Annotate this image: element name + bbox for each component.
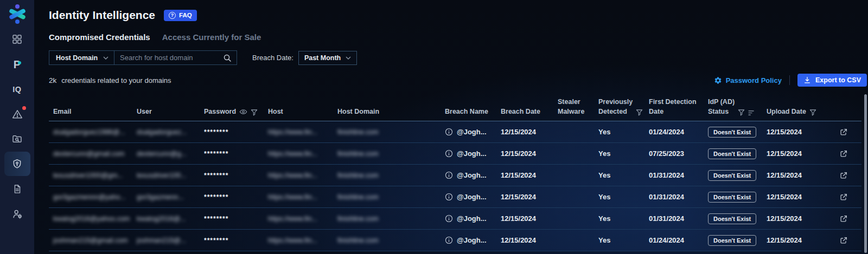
col-header-user: User: [137, 93, 204, 121]
export-csv-button[interactable]: Export to CSV: [797, 74, 867, 87]
search-field-select[interactable]: Host Domain: [49, 51, 114, 64]
cell-breach-name: @Jogh...: [445, 149, 501, 158]
tab-access-for-sale[interactable]: Access Currently for Sale: [162, 32, 261, 42]
col-header-upload-date: Upload Date: [767, 93, 830, 121]
col-header-breach-date: Breach Date: [501, 93, 558, 121]
cell-actions: [830, 193, 861, 201]
tab-compromised-credentials[interactable]: Compromised Credentials: [49, 32, 150, 42]
col-header-host: Host: [268, 93, 337, 121]
faq-button[interactable]: ? FAQ: [164, 10, 197, 21]
cell-idp-status: Doesn't Exist: [708, 192, 767, 203]
sidebar-item-identity-intelligence[interactable]: [4, 152, 30, 176]
filter-row: Host Domain Breach Date: Past Month: [49, 50, 868, 65]
password-policy-link[interactable]: Password Policy: [714, 76, 782, 84]
cell-email: dextercunn@gmail.com: [49, 150, 137, 158]
notification-dot: [22, 106, 26, 110]
vertical-scrollbar[interactable]: [864, 94, 867, 253]
document-icon: [12, 184, 23, 194]
table-row: joshman215@gmail.com joshman215@... ****…: [49, 230, 861, 251]
cell-password: ********: [204, 128, 268, 136]
filter-icon[interactable]: [738, 109, 745, 116]
dashboard-grid-icon: [11, 34, 23, 45]
cell-first-detection-date: 01/24/2024: [649, 128, 708, 136]
status-badge: Doesn't Exist: [708, 170, 756, 181]
export-csv-label: Export to CSV: [815, 76, 861, 84]
info-icon[interactable]: [445, 149, 453, 158]
eye-icon[interactable]: [239, 108, 247, 116]
question-circle-icon: ?: [169, 12, 176, 19]
sidebar-item-dashboard[interactable]: [4, 27, 30, 51]
alert-triangle-icon: [11, 108, 23, 120]
filter-icon[interactable]: [636, 109, 643, 116]
cell-user: joshman215@...: [137, 237, 204, 244]
chevron-down-icon: [346, 56, 351, 60]
info-icon[interactable]: [445, 128, 453, 136]
cell-host: https://www.fin...: [268, 150, 337, 158]
info-icon[interactable]: [445, 193, 453, 201]
filter-icon[interactable]: [809, 109, 816, 116]
sort-icon[interactable]: [748, 110, 755, 116]
cell-previously-detected: Yes: [598, 149, 649, 158]
external-link-icon[interactable]: [839, 128, 848, 136]
status-badge: Doesn't Exist: [708, 213, 756, 224]
breach-date-filter: Breach Date: Past Month: [252, 51, 357, 65]
chevron-down-icon: [103, 56, 108, 60]
cell-user: lexusdriver100...: [137, 172, 204, 179]
external-link-icon[interactable]: [839, 171, 848, 180]
brand-logo-icon[interactable]: [8, 4, 27, 24]
cell-email: gor3gazmennn@yaho...: [49, 193, 137, 201]
sidebar-item-user-management[interactable]: [4, 201, 30, 226]
table-row: dsalgadorguez1986@... dsalgadorguez... *…: [49, 121, 861, 143]
info-icon[interactable]: [445, 214, 453, 223]
gear-icon: [714, 76, 722, 84]
external-link-icon[interactable]: [839, 149, 848, 158]
search-icon[interactable]: [223, 54, 237, 62]
sidebar-item-investigation[interactable]: [4, 127, 30, 151]
page-title: Identity Intelligence: [49, 9, 155, 22]
cell-user: gor3gazmenn...: [137, 193, 204, 201]
cell-user: dextercunn@g...: [137, 150, 204, 158]
cell-first-detection-date: 01/31/2024: [649, 214, 708, 223]
filter-icon[interactable]: [251, 109, 258, 116]
cell-password: ********: [204, 215, 268, 223]
external-link-icon[interactable]: [839, 193, 848, 201]
user-gear-icon: [11, 208, 23, 220]
external-link-icon[interactable]: [839, 236, 848, 245]
search-input[interactable]: [114, 54, 223, 62]
col-header-stealer-malware: Stealer Malware: [558, 93, 598, 121]
info-icon[interactable]: [445, 236, 453, 244]
count-value: 2k: [49, 76, 56, 84]
cell-host: https://www.fin...: [268, 237, 337, 244]
sidebar-item-p-module[interactable]: P: [4, 52, 30, 76]
cell-idp-status: Doesn't Exist: [708, 148, 767, 159]
breach-date-dropdown[interactable]: Past Month: [298, 51, 357, 65]
cell-upload-date: 12/15/2024: [767, 171, 830, 179]
table-row: gor3gazmennn@yaho... gor3gazmenn... ****…: [49, 186, 861, 208]
iq-logo-icon: IQ: [12, 85, 21, 94]
faq-label: FAQ: [179, 12, 192, 18]
col-header-email: Email: [49, 93, 137, 121]
app-root: P IQ: [0, 0, 868, 254]
status-badge: Doesn't Exist: [708, 148, 756, 159]
sidebar-item-iq[interactable]: IQ: [4, 77, 30, 101]
cell-previously-detected: Yes: [598, 236, 649, 244]
sidebar-item-reports[interactable]: [4, 177, 30, 201]
cell-email: lexusdriver1000@gm...: [49, 172, 137, 179]
cell-breach-date: 12/15/2024: [501, 193, 558, 201]
sidebar-item-alerts[interactable]: [4, 102, 30, 126]
cell-breach-date: 12/15/2024: [501, 128, 558, 136]
credentials-table: Email User Password Host Host Domain Bre…: [49, 93, 861, 251]
cell-user: dsalgadorguez...: [137, 128, 204, 136]
cell-host-domain: finishline.com: [337, 193, 445, 201]
cell-first-detection-date: 07/25/2023: [649, 149, 708, 158]
cell-host: https://www.fin...: [268, 128, 337, 136]
breach-date-label: Breach Date:: [252, 54, 293, 62]
cell-first-detection-date: 01/31/2024: [649, 171, 708, 179]
cell-host-domain: finishline.com: [337, 215, 445, 223]
external-link-icon[interactable]: [839, 214, 848, 223]
cell-host: https://www.fin...: [268, 172, 337, 179]
info-icon[interactable]: [445, 171, 453, 179]
logo-dot-bottom: [15, 19, 20, 24]
cell-email: kwatog2016@yahoo.com: [49, 215, 137, 223]
status-badge: Doesn't Exist: [708, 192, 756, 203]
